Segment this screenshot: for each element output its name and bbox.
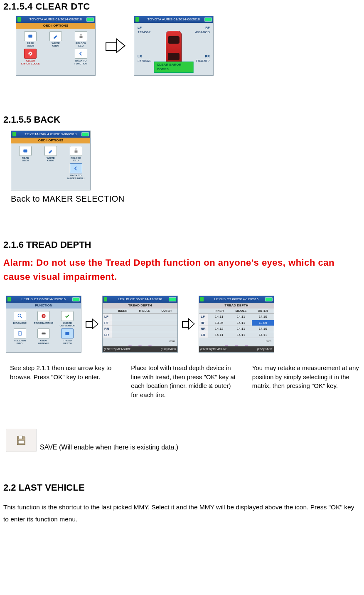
svg-rect-0: [29, 35, 32, 37]
cell[interactable]: 14.10: [252, 326, 274, 332]
menu-item[interactable]: DIAGNOSE: [9, 311, 31, 327]
row-label: LR: [103, 332, 112, 338]
cell[interactable]: 14.11: [230, 332, 252, 338]
menu-item-label: WRITE OBDII: [47, 157, 54, 162]
menu-item-icon: [49, 31, 62, 41]
menu-item-label: READ OBDII: [22, 157, 29, 162]
col-header: OUTER: [155, 309, 177, 314]
device-titlebar: TOYOTA AURIS 01/2014-08/2018: [16, 16, 95, 23]
cell[interactable]: 14.11: [208, 314, 230, 320]
esc-label: (Esc):BACK: [161, 347, 176, 351]
col-header: INNER: [208, 309, 230, 314]
status-icon: [135, 17, 139, 22]
svg-rect-1: [79, 36, 82, 38]
heading-back: 2.1.5.5 BACK: [3, 113, 361, 126]
cell[interactable]: 14.11: [230, 326, 252, 332]
row-label: RR: [199, 326, 208, 332]
menu-item[interactable]: iRELEARN INFO.: [9, 328, 31, 345]
cell[interactable]: 14.11: [230, 314, 252, 320]
cell[interactable]: 13.85: [252, 320, 274, 326]
row-label: LF: [103, 314, 112, 320]
cell[interactable]: [155, 326, 177, 332]
menu-item-label: RELEARN INFO.: [14, 339, 26, 345]
menu-item[interactable]: BACK TO MAKER MENU: [64, 163, 88, 180]
cell[interactable]: [155, 314, 177, 320]
menu-item-icon: [70, 163, 82, 173]
cell[interactable]: [155, 332, 177, 338]
screen-subtitle: OBDII OPTIONS: [16, 23, 95, 29]
menu-item-label: READ OBDII: [27, 42, 34, 47]
menu-item[interactable]: CHECK UNI-SENSOR: [57, 311, 79, 327]
menu-item[interactable]: PROGRAMMING: [32, 311, 54, 327]
menu-item[interactable]: CLEAR ERROR CODES: [19, 49, 42, 65]
menu-item[interactable]: TREAD DEPTH: [57, 328, 79, 345]
svg-rect-10: [66, 332, 69, 335]
col-header: [103, 309, 112, 314]
arrow-right-icon: [85, 317, 99, 331]
menu-item[interactable]: WRITE OBDII: [44, 31, 68, 47]
cell[interactable]: [155, 320, 177, 326]
clear-error-codes-button[interactable]: CLEAR ERROR CODES: [154, 62, 194, 73]
tire-rf: RF489ABCD: [182, 25, 210, 35]
device-title: TOYOTA AURIS 01/2014-06/2018: [148, 17, 200, 22]
device-titlebar: TOYOTA RAV 4 01/2013-06/2018: [11, 131, 90, 138]
enter-label: (ENTER):MEASURE: [104, 347, 131, 351]
cell[interactable]: [112, 314, 134, 320]
heading-last-vehicle: 2.2 LAST VEHICLE: [3, 481, 361, 494]
menu-item[interactable]: BACK TO FUNCTION: [69, 49, 93, 65]
cell[interactable]: [112, 326, 134, 332]
unit-label: mm: [170, 339, 175, 344]
cell[interactable]: [112, 320, 134, 326]
col-header: MIDDLE: [230, 309, 252, 314]
cell[interactable]: [112, 332, 134, 338]
back-subtext: Back to MAKER SELECTION: [11, 193, 361, 205]
status-icon: [200, 297, 204, 301]
menu-item-label: PROGRAMMING: [34, 322, 53, 324]
menu-item-icon: [75, 49, 87, 59]
battery-icon: [169, 297, 176, 301]
menu-item[interactable]: READ OBDII: [14, 146, 37, 162]
menu-item-icon: [37, 311, 50, 321]
menu-item-label: WRITE OBDII: [52, 42, 59, 47]
status-icon: [17, 17, 21, 22]
menu-item-icon: [24, 31, 37, 41]
cell[interactable]: [134, 332, 156, 338]
cell[interactable]: [134, 326, 156, 332]
battery-icon: [72, 297, 80, 301]
back-screen: TOYOTA RAV 4 01/2013-06/2018 OBDII OPTIO…: [11, 131, 91, 190]
clear-dtc-row: TOYOTA AURIS 01/2014-08/2018 OBDII OPTIO…: [16, 16, 361, 76]
menu-item-label: OBDII OPTIONS: [38, 339, 49, 345]
menu-item-label: RELOCK ECU: [76, 42, 86, 47]
svg-rect-9: [42, 333, 45, 335]
cell[interactable]: [134, 320, 156, 326]
menu-item-icon: i: [14, 328, 26, 338]
menu-item[interactable]: READ OBDII: [19, 31, 42, 47]
clear-codes-car-screen: TOYOTA AURIS 01/2014-06/2018 LF1234567 R…: [134, 16, 214, 76]
menu-item-label: DIAGNOSE: [13, 322, 27, 324]
device-title: LEXUS CT 06/2014-12/2016: [214, 297, 259, 302]
cell[interactable]: 14.12: [208, 326, 230, 332]
device-titlebar: TOYOTA AURIS 01/2014-06/2018: [134, 16, 213, 23]
esc-label: (Esc):BACK: [257, 347, 273, 351]
menu-item[interactable]: OBDII OPTIONS: [32, 328, 54, 345]
menu-item[interactable]: RELOCK ECU: [64, 146, 88, 162]
menu-item[interactable]: WRITE OBDII: [39, 146, 63, 162]
menu-item-label: CHECK UNI-SENSOR: [59, 322, 75, 327]
cell[interactable]: [134, 314, 156, 320]
cell[interactable]: 14.10: [252, 314, 274, 320]
cell[interactable]: 14.11: [230, 320, 252, 326]
cell[interactable]: 14.11: [208, 332, 230, 338]
cell[interactable]: 13.85: [208, 320, 230, 326]
tread-depth-filled-screen: LEXUS CT 06/2014-12/2016 TREAD DEPTH INN…: [199, 296, 274, 353]
menu-item-icon: [75, 31, 87, 41]
status-icon: [12, 132, 16, 136]
menu-item-icon: [37, 328, 50, 338]
menu-item-icon: [44, 146, 57, 156]
save-icon: [6, 429, 37, 452]
menu-item[interactable]: RELOCK ECU: [69, 31, 93, 47]
screen-subtitle: OBDII OPTIONS: [11, 138, 90, 143]
cell[interactable]: 14.11: [252, 332, 274, 338]
status-bar: (ENTER):MEASURE (Esc):BACK: [199, 346, 274, 352]
tread-depth-alarm: Alarm: Do not use the Tread Depth functi…: [3, 256, 361, 284]
device-title: TOYOTA RAV 4 01/2013-06/2018: [25, 132, 77, 137]
